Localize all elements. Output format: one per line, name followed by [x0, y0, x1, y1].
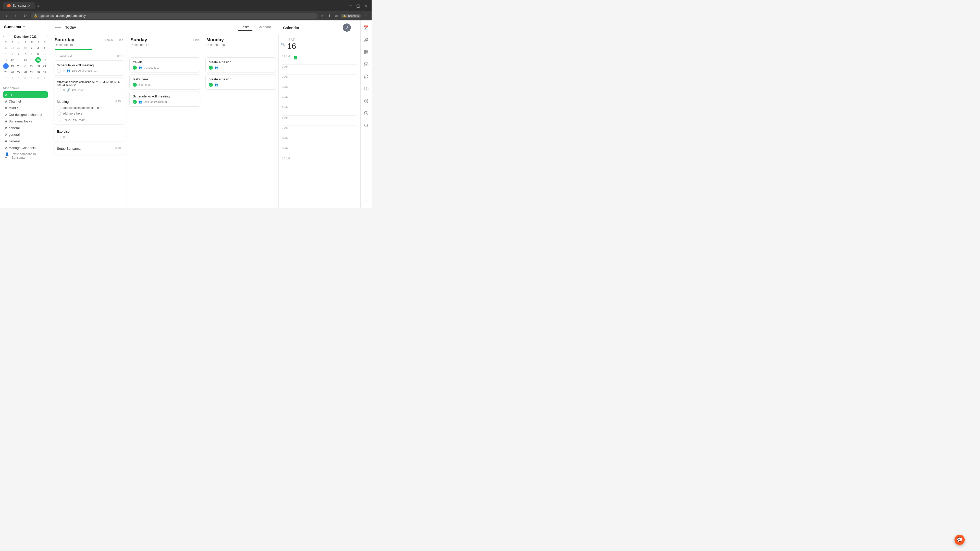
task-check[interactable] — [57, 135, 61, 139]
task-check[interactable] — [57, 68, 61, 73]
sidebar-item-sunsama-tasks[interactable]: # Sunsama Tasks — [3, 118, 48, 124]
rs-refresh-icon[interactable] — [362, 73, 370, 81]
sidebar-item-general-2[interactable]: # general — [3, 131, 48, 138]
zoom-icon[interactable]: 🔍 — [281, 43, 285, 46]
cal-day[interactable]: 30 — [35, 69, 41, 75]
cal-day[interactable]: 15 — [29, 57, 35, 63]
task-check[interactable]: ✓ — [209, 65, 213, 70]
user-avatar[interactable]: U — [343, 24, 351, 32]
cal-day[interactable]: 6 — [16, 51, 22, 57]
task-check[interactable]: ✓ — [133, 100, 137, 104]
back-btn[interactable]: ‹ — [3, 12, 10, 19]
cal-day[interactable]: 4 — [22, 76, 28, 81]
subtask-check[interactable] — [57, 106, 61, 110]
cal-day[interactable]: 3 — [42, 45, 48, 51]
cal-day[interactable]: 5 — [10, 51, 15, 57]
cal-day[interactable]: 29 — [16, 45, 22, 51]
cal-day[interactable]: 23 — [35, 63, 41, 69]
bookmark-btn[interactable]: ☆ — [320, 13, 325, 19]
minimize-btn[interactable]: ─ — [348, 2, 353, 9]
task-card[interactable]: Schedule kickoff meeting ✓ 👥 Dec 20 #Cro… — [129, 92, 200, 106]
cal-day[interactable]: 5 — [29, 76, 35, 81]
cal-day[interactable]: 13 — [16, 57, 22, 63]
cal-next-btn[interactable]: › — [47, 35, 48, 38]
cal-prev-btn[interactable]: ‹ — [3, 35, 4, 38]
cal-day[interactable]: 3 — [16, 76, 22, 81]
task-card[interactable]: https://app.asana.com/0/1206174676385119… — [54, 78, 124, 95]
cal-day-today[interactable]: 16 — [35, 57, 41, 63]
cal-day[interactable]: 24 — [42, 63, 48, 69]
task-card[interactable]: Schedule kickoff meeting ↻ 👥 Dec 20 #Cro… — [54, 60, 124, 76]
task-check[interactable] — [57, 118, 61, 122]
cal-day[interactable]: 6 — [35, 76, 41, 81]
task-card[interactable]: tasks here ✓ #general — [129, 75, 200, 89]
back-arrow-btn[interactable]: ⟵ — [55, 25, 61, 30]
task-card[interactable]: Exercise ↻ — [54, 127, 124, 142]
sidebar-item-middle[interactable]: # Middle — [3, 105, 48, 111]
task-card[interactable]: travels ✓ 👥 #Cross-fu... — [129, 57, 200, 73]
rs-calendar-icon[interactable]: 📅 — [362, 24, 370, 32]
rs-mail-icon[interactable] — [362, 60, 370, 68]
cal-day[interactable]: 7 — [22, 51, 28, 57]
tab-close-btn[interactable]: ✕ — [28, 3, 31, 8]
new-tab-btn[interactable]: + — [37, 4, 40, 9]
cal-day[interactable]: 22 — [29, 63, 35, 69]
plan-action[interactable]: Plan — [193, 38, 199, 41]
restore-btn[interactable]: ▢ — [355, 2, 361, 9]
sidebar-item-channel[interactable]: # Channel — [3, 98, 48, 105]
cal-day[interactable]: 29 — [29, 69, 35, 75]
cal-day[interactable]: 9 — [35, 51, 41, 57]
tab-calendar[interactable]: Calendar — [254, 24, 275, 31]
forward-arrow-btn[interactable]: → — [353, 26, 356, 30]
cal-day[interactable]: 25 — [3, 69, 9, 75]
cal-day[interactable]: 8 — [29, 51, 35, 57]
rs-users-icon[interactable] — [362, 36, 370, 44]
today-btn[interactable]: Today — [65, 25, 76, 29]
cal-day[interactable]: 21 — [22, 63, 28, 69]
close-btn[interactable]: ✕ — [363, 2, 369, 9]
cal-day[interactable]: 28 — [10, 45, 15, 51]
cal-day[interactable]: 30 — [22, 45, 28, 51]
sunday-add-task[interactable]: ＋ — [129, 49, 200, 57]
rs-search-icon[interactable] — [362, 121, 370, 130]
cal-day[interactable]: 10 — [42, 51, 48, 57]
sidebar-logo[interactable]: Sunsama — [4, 24, 21, 29]
cal-day[interactable]: 28 — [22, 69, 28, 75]
task-card[interactable]: create a design ✓ 👥 — [205, 75, 276, 89]
rs-add-icon[interactable]: + — [362, 197, 370, 205]
cal-day[interactable]: 7 — [42, 76, 48, 81]
cal-day[interactable]: 26 — [10, 69, 15, 75]
address-bar[interactable]: 🔒 app.sunsama.com/group/moodjoy — [30, 13, 318, 19]
cal-day[interactable]: 14 — [22, 57, 28, 63]
active-tab[interactable]: Sunsama ✕ — [3, 2, 35, 9]
menu-btn[interactable]: ⋮ — [363, 13, 369, 19]
task-check[interactable]: ✓ — [133, 83, 137, 87]
task-card[interactable]: Setup Sunsama 0:20 — [54, 144, 124, 155]
task-check[interactable]: ✓ — [209, 83, 213, 87]
rs-notebook-icon[interactable] — [362, 85, 370, 93]
cal-day[interactable]: 2 — [35, 45, 41, 51]
cal-day[interactable]: 11 — [3, 57, 9, 63]
invite-item[interactable]: 👤+ Invite someone to Sunsama — [3, 151, 48, 161]
subtask-check[interactable] — [57, 111, 61, 116]
task-check[interactable] — [57, 88, 61, 92]
cal-day[interactable]: 2 — [10, 76, 15, 81]
sidebar-item-designers[interactable]: # Our designers channel — [3, 111, 48, 118]
cal-day[interactable]: 31 — [42, 69, 48, 75]
forward-btn[interactable]: › — [12, 12, 19, 19]
cal-day[interactable]: 27 — [3, 45, 9, 51]
download-btn[interactable]: ⬇ — [327, 13, 332, 19]
sidebar-item-manage[interactable]: # Manage Channels — [3, 144, 48, 151]
focus-action[interactable]: Focus — [105, 38, 113, 41]
extension-btn[interactable]: ⧉ — [334, 13, 339, 19]
rs-clock-icon[interactable] — [362, 109, 370, 118]
sidebar-item-general-1[interactable]: # general — [3, 124, 48, 131]
cal-day[interactable]: 1 — [29, 45, 35, 51]
reload-btn[interactable]: ↻ — [21, 12, 29, 19]
tab-tasks[interactable]: Tasks — [237, 24, 253, 31]
sidebar-item-all[interactable]: # all — [3, 91, 48, 98]
rs-table-icon[interactable] — [362, 48, 370, 56]
monday-add-task[interactable]: ＋ — [205, 49, 276, 57]
cal-day[interactable]: 17 — [42, 57, 48, 63]
rs-target-icon[interactable] — [362, 97, 370, 105]
